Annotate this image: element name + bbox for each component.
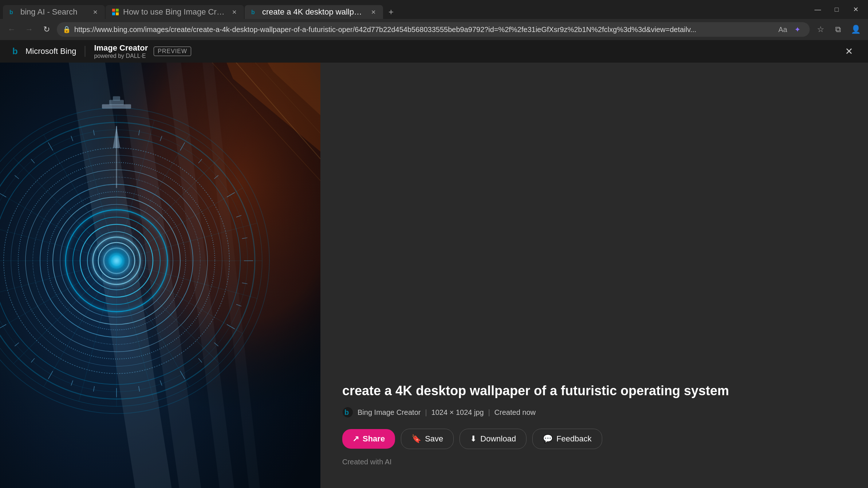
feedback-label: Feedback: [556, 434, 592, 444]
svg-rect-110: [0, 63, 320, 488]
tab-1-close[interactable]: ✕: [91, 8, 99, 16]
meta-separator-1: |: [425, 408, 427, 417]
url-display: https://www.bing.com/images/create/creat…: [74, 25, 773, 34]
favorites-icon: ☆: [817, 25, 824, 34]
tab-bar: b bing AI - Search ✕ How to use Bing Ima…: [0, 0, 868, 19]
tab-1-label: bing AI - Search: [20, 7, 87, 17]
svg-rect-4: [116, 12, 119, 15]
browser-chrome: b bing AI - Search ✕ How to use Bing Ima…: [0, 0, 868, 40]
save-label: Save: [425, 434, 443, 444]
header-close-button[interactable]: ✕: [841, 43, 857, 59]
tab-1-favicon: b: [9, 8, 17, 16]
image-canvas: [0, 63, 320, 488]
image-meta: b Bing Image Creator | 1024 × 1024 jpg |…: [342, 407, 846, 418]
header-close-icon: ✕: [845, 46, 853, 57]
favorites-button[interactable]: ☆: [813, 21, 829, 37]
save-icon: 🔖: [411, 434, 421, 444]
meta-separator-2: |: [488, 408, 490, 417]
share-button[interactable]: ↗ Share: [342, 429, 395, 449]
logo-divider: [85, 46, 85, 57]
download-icon: ⬇: [470, 434, 477, 444]
refresh-icon: ↻: [43, 25, 50, 34]
lock-icon: 🔒: [63, 25, 71, 33]
tab-2[interactable]: How to use Bing Image Creator... ✕: [106, 5, 244, 19]
new-tab-button[interactable]: +: [384, 5, 398, 19]
info-panel: create a 4K desktop wallpaper of a futur…: [320, 63, 868, 488]
copilot-address-icon: ✦: [794, 25, 801, 34]
copilot-address-button[interactable]: ✦: [791, 23, 804, 36]
tab-3-close[interactable]: ✕: [369, 8, 377, 16]
share-label: Share: [363, 434, 385, 444]
forward-icon: →: [25, 25, 33, 34]
tab-3-favicon: b: [250, 8, 259, 16]
window-controls: — □ ✕: [808, 0, 868, 19]
tab-3-label: create a 4K desktop wallpaper o...: [262, 7, 366, 17]
reading-view-button[interactable]: Aa: [776, 23, 789, 36]
tab-3[interactable]: b create a 4K desktop wallpaper o... ✕: [245, 5, 383, 19]
preview-badge: PREVIEW: [154, 47, 191, 56]
forward-button[interactable]: →: [22, 22, 36, 37]
feedback-button[interactable]: 💬 Feedback: [532, 429, 602, 449]
tab-2-favicon: [111, 8, 119, 16]
image-title: create a 4K desktop wallpaper of a futur…: [342, 382, 846, 400]
feedback-icon: 💬: [543, 434, 553, 444]
back-icon: ←: [8, 25, 16, 34]
svg-text:b: b: [344, 408, 349, 416]
bing-logo: b Microsoft Bing: [11, 45, 76, 57]
toolbar-actions: ☆ ⧉ 👤: [813, 21, 864, 37]
maximize-button[interactable]: □: [827, 4, 846, 15]
minimize-button[interactable]: —: [808, 4, 827, 15]
svg-rect-2: [116, 9, 119, 12]
save-button[interactable]: 🔖 Save: [401, 429, 454, 449]
tab-2-close[interactable]: ✕: [230, 8, 238, 16]
back-button[interactable]: ←: [4, 22, 19, 37]
tab-2-label: How to use Bing Image Creator...: [123, 7, 226, 17]
meta-size: 1024 × 1024 jpg: [431, 408, 484, 417]
svg-text:b: b: [9, 9, 13, 15]
profile-button[interactable]: 👤: [848, 21, 864, 37]
collections-button[interactable]: ⧉: [830, 21, 846, 37]
svg-text:b: b: [251, 9, 255, 15]
download-button[interactable]: ⬇ Download: [459, 429, 526, 449]
svg-text:b: b: [12, 46, 18, 56]
svg-rect-1: [112, 9, 115, 12]
collections-icon: ⧉: [835, 25, 841, 34]
image-panel: [0, 63, 320, 488]
address-bar-actions: Aa ✦: [776, 23, 804, 36]
close-window-button[interactable]: ✕: [846, 4, 865, 15]
image-creator-label: Image Creator: [94, 43, 148, 52]
bing-logo-text: Microsoft Bing: [25, 47, 76, 56]
action-buttons: ↗ Share 🔖 Save ⬇ Download 💬 Feedback: [342, 429, 846, 449]
meta-logo: b: [342, 407, 353, 418]
meta-source: Bing Image Creator: [358, 408, 421, 417]
content-area: b Microsoft Bing Image Creator powered b…: [0, 40, 868, 488]
reading-view-icon: Aa: [778, 25, 787, 34]
product-name-area: Image Creator powered by DALL·E: [94, 43, 148, 59]
svg-rect-3: [112, 12, 115, 15]
powered-by-label: powered by DALL·E: [94, 53, 146, 59]
header-bar: b Microsoft Bing Image Creator powered b…: [0, 40, 868, 63]
tab-1[interactable]: b bing AI - Search ✕: [3, 5, 105, 19]
address-bar-row: ← → ↻ 🔒 https://www.bing.com/images/crea…: [0, 19, 868, 40]
created-with-ai: Created with AI: [342, 458, 846, 466]
share-icon: ↗: [352, 434, 359, 444]
profile-icon: 👤: [851, 25, 861, 34]
address-bar[interactable]: 🔒 https://www.bing.com/images/create/cre…: [57, 22, 810, 37]
refresh-button[interactable]: ↻: [39, 22, 54, 37]
bing-logo-area: b Microsoft Bing Image Creator powered b…: [11, 43, 191, 59]
download-label: Download: [480, 434, 516, 444]
meta-created: Created now: [494, 408, 536, 417]
